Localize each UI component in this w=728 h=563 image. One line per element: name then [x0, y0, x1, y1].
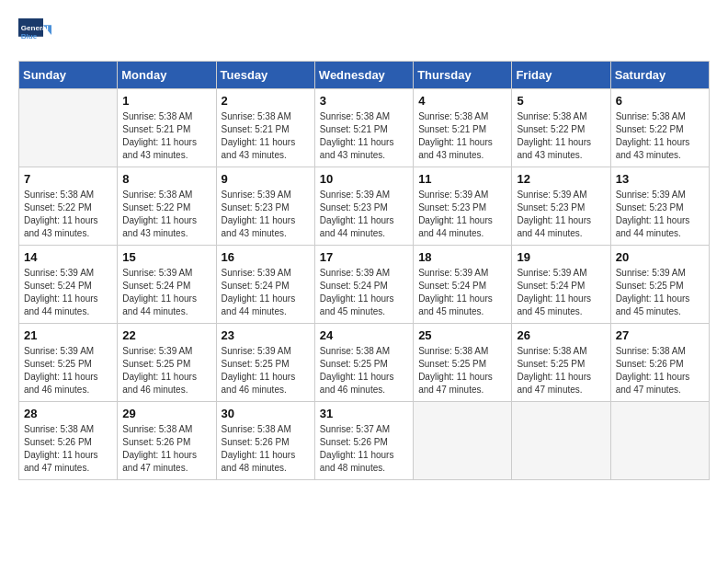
calendar-cell: 28Sunrise: 5:38 AMSunset: 5:26 PMDayligh…: [19, 402, 118, 480]
calendar-cell: 8Sunrise: 5:38 AMSunset: 5:22 PMDaylight…: [118, 167, 216, 246]
week-row-1: 1Sunrise: 5:38 AMSunset: 5:21 PMDaylight…: [19, 89, 710, 167]
calendar-cell: 22Sunrise: 5:39 AMSunset: 5:25 PMDayligh…: [118, 324, 216, 402]
calendar-cell: [19, 89, 118, 167]
calendar-cell: 10Sunrise: 5:39 AMSunset: 5:23 PMDayligh…: [314, 167, 413, 246]
calendar-cell: 13Sunrise: 5:39 AMSunset: 5:23 PMDayligh…: [610, 167, 709, 246]
cell-details: Sunrise: 5:39 AMSunset: 5:25 PMDaylight:…: [616, 267, 704, 318]
calendar-cell: 24Sunrise: 5:38 AMSunset: 5:25 PMDayligh…: [314, 324, 413, 402]
day-number: 22: [122, 328, 210, 342]
calendar-cell: 7Sunrise: 5:38 AMSunset: 5:22 PMDaylight…: [19, 167, 118, 246]
day-number: 25: [418, 328, 506, 342]
day-number: 11: [418, 172, 506, 186]
calendar-cell: [512, 402, 610, 480]
calendar-cell: 30Sunrise: 5:38 AMSunset: 5:26 PMDayligh…: [216, 402, 314, 480]
cell-details: Sunrise: 5:39 AMSunset: 5:24 PMDaylight:…: [517, 267, 605, 318]
cell-details: Sunrise: 5:38 AMSunset: 5:25 PMDaylight:…: [418, 345, 506, 396]
cell-details: Sunrise: 5:39 AMSunset: 5:25 PMDaylight:…: [24, 345, 112, 396]
svg-text:General: General: [21, 24, 49, 32]
cell-details: Sunrise: 5:39 AMSunset: 5:23 PMDaylight:…: [517, 189, 605, 240]
day-number: 17: [320, 250, 408, 264]
logo: General Blue: [18, 18, 51, 52]
day-number: 7: [24, 172, 112, 186]
calendar-cell: 31Sunrise: 5:37 AMSunset: 5:26 PMDayligh…: [314, 402, 413, 480]
cell-details: Sunrise: 5:38 AMSunset: 5:22 PMDaylight:…: [616, 110, 704, 162]
cell-details: Sunrise: 5:38 AMSunset: 5:25 PMDaylight:…: [517, 345, 605, 396]
day-number: 1: [122, 94, 210, 108]
day-number: 27: [616, 328, 704, 342]
day-number: 31: [320, 407, 408, 420]
day-number: 29: [122, 407, 210, 420]
weekday-header-friday: Friday: [512, 62, 610, 89]
day-number: 18: [418, 250, 506, 264]
weekday-header-thursday: Thursday: [414, 62, 512, 89]
day-number: 9: [222, 172, 310, 186]
day-number: 13: [616, 172, 704, 186]
calendar-cell: 20Sunrise: 5:39 AMSunset: 5:25 PMDayligh…: [610, 246, 709, 324]
calendar-cell: [414, 402, 512, 480]
week-row-5: 28Sunrise: 5:38 AMSunset: 5:26 PMDayligh…: [19, 402, 710, 480]
cell-details: Sunrise: 5:39 AMSunset: 5:24 PMDaylight:…: [222, 267, 310, 318]
cell-details: Sunrise: 5:39 AMSunset: 5:23 PMDaylight:…: [418, 189, 506, 240]
calendar-cell: 4Sunrise: 5:38 AMSunset: 5:21 PMDaylight…: [414, 89, 512, 167]
calendar-cell: 25Sunrise: 5:38 AMSunset: 5:25 PMDayligh…: [414, 324, 512, 402]
calendar-cell: 12Sunrise: 5:39 AMSunset: 5:23 PMDayligh…: [512, 167, 610, 246]
calendar-cell: 9Sunrise: 5:39 AMSunset: 5:23 PMDaylight…: [216, 167, 314, 246]
cell-details: Sunrise: 5:38 AMSunset: 5:26 PMDaylight:…: [24, 423, 112, 475]
calendar-cell: 11Sunrise: 5:39 AMSunset: 5:23 PMDayligh…: [414, 167, 512, 246]
cell-details: Sunrise: 5:38 AMSunset: 5:21 PMDaylight:…: [122, 110, 210, 162]
calendar-cell: 17Sunrise: 5:39 AMSunset: 5:24 PMDayligh…: [314, 246, 413, 324]
cell-details: Sunrise: 5:39 AMSunset: 5:25 PMDaylight:…: [122, 345, 210, 396]
day-number: 16: [222, 250, 310, 264]
calendar-table: SundayMondayTuesdayWednesdayThursdayFrid…: [18, 61, 710, 480]
calendar-cell: 2Sunrise: 5:38 AMSunset: 5:21 PMDaylight…: [216, 89, 314, 167]
calendar-cell: 18Sunrise: 5:39 AMSunset: 5:24 PMDayligh…: [414, 246, 512, 324]
cell-details: Sunrise: 5:38 AMSunset: 5:22 PMDaylight:…: [24, 189, 112, 240]
cell-details: Sunrise: 5:38 AMSunset: 5:22 PMDaylight:…: [122, 189, 210, 240]
calendar-cell: 16Sunrise: 5:39 AMSunset: 5:24 PMDayligh…: [216, 246, 314, 324]
weekday-header-row: SundayMondayTuesdayWednesdayThursdayFrid…: [19, 62, 710, 89]
week-row-3: 14Sunrise: 5:39 AMSunset: 5:24 PMDayligh…: [19, 246, 710, 324]
day-number: 10: [320, 172, 408, 186]
day-number: 24: [320, 328, 408, 342]
cell-details: Sunrise: 5:39 AMSunset: 5:24 PMDaylight:…: [418, 267, 506, 318]
cell-details: Sunrise: 5:39 AMSunset: 5:24 PMDaylight:…: [24, 267, 112, 318]
cell-details: Sunrise: 5:37 AMSunset: 5:26 PMDaylight:…: [320, 423, 408, 475]
svg-text:Blue: Blue: [21, 32, 38, 40]
day-number: 8: [122, 172, 210, 186]
weekday-header-saturday: Saturday: [610, 62, 709, 89]
calendar-cell: 5Sunrise: 5:38 AMSunset: 5:22 PMDaylight…: [512, 89, 610, 167]
day-number: 12: [517, 172, 605, 186]
day-number: 21: [24, 328, 112, 342]
week-row-4: 21Sunrise: 5:39 AMSunset: 5:25 PMDayligh…: [19, 324, 710, 402]
day-number: 26: [517, 328, 605, 342]
day-number: 23: [222, 328, 310, 342]
day-number: 5: [517, 94, 605, 108]
page-header: General Blue: [18, 18, 710, 52]
calendar-cell: 23Sunrise: 5:39 AMSunset: 5:25 PMDayligh…: [216, 324, 314, 402]
day-number: 28: [24, 407, 112, 420]
cell-details: Sunrise: 5:38 AMSunset: 5:21 PMDaylight:…: [320, 110, 408, 162]
cell-details: Sunrise: 5:38 AMSunset: 5:21 PMDaylight:…: [418, 110, 506, 162]
calendar-cell: [610, 402, 709, 480]
day-number: 30: [222, 407, 310, 420]
cell-details: Sunrise: 5:39 AMSunset: 5:24 PMDaylight:…: [122, 267, 210, 318]
day-number: 2: [222, 94, 310, 108]
calendar-cell: 29Sunrise: 5:38 AMSunset: 5:26 PMDayligh…: [118, 402, 216, 480]
week-row-2: 7Sunrise: 5:38 AMSunset: 5:22 PMDaylight…: [19, 167, 710, 246]
day-number: 3: [320, 94, 408, 108]
day-number: 14: [24, 250, 112, 264]
day-number: 20: [616, 250, 704, 264]
weekday-header-monday: Monday: [118, 62, 216, 89]
calendar-cell: 27Sunrise: 5:38 AMSunset: 5:26 PMDayligh…: [610, 324, 709, 402]
day-number: 19: [517, 250, 605, 264]
cell-details: Sunrise: 5:38 AMSunset: 5:26 PMDaylight:…: [616, 345, 704, 396]
calendar-cell: 14Sunrise: 5:39 AMSunset: 5:24 PMDayligh…: [19, 246, 118, 324]
cell-details: Sunrise: 5:38 AMSunset: 5:26 PMDaylight:…: [122, 423, 210, 475]
cell-details: Sunrise: 5:38 AMSunset: 5:26 PMDaylight:…: [222, 423, 310, 475]
calendar-cell: 3Sunrise: 5:38 AMSunset: 5:21 PMDaylight…: [314, 89, 413, 167]
weekday-header-sunday: Sunday: [19, 62, 118, 89]
cell-details: Sunrise: 5:39 AMSunset: 5:24 PMDaylight:…: [320, 267, 408, 318]
calendar-cell: 19Sunrise: 5:39 AMSunset: 5:24 PMDayligh…: [512, 246, 610, 324]
cell-details: Sunrise: 5:38 AMSunset: 5:22 PMDaylight:…: [517, 110, 605, 162]
calendar-cell: 26Sunrise: 5:38 AMSunset: 5:25 PMDayligh…: [512, 324, 610, 402]
